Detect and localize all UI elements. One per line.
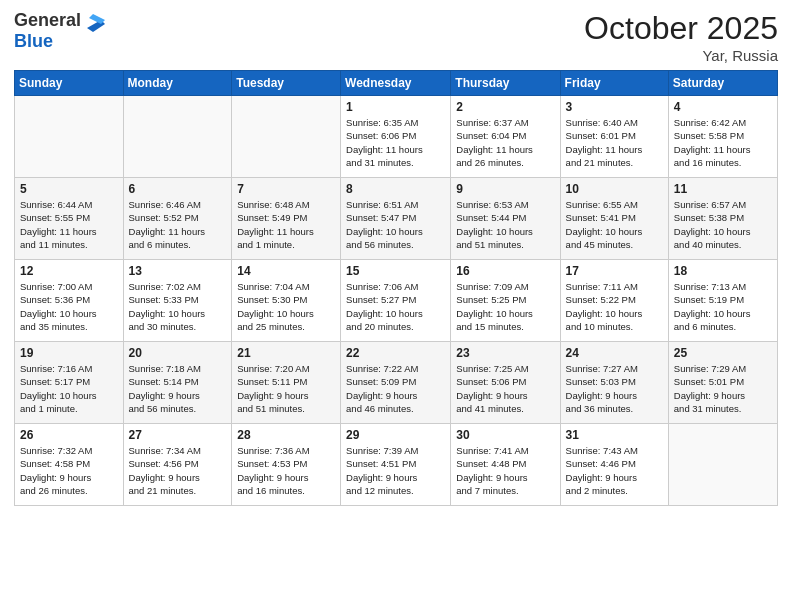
day-number: 8 — [346, 182, 445, 196]
day-number: 13 — [129, 264, 227, 278]
day-cell: 2Sunrise: 6:37 AMSunset: 6:04 PMDaylight… — [451, 96, 560, 178]
day-info: Sunrise: 7:39 AMSunset: 4:51 PMDaylight:… — [346, 444, 445, 497]
day-number: 7 — [237, 182, 335, 196]
day-cell: 23Sunrise: 7:25 AMSunset: 5:06 PMDayligh… — [451, 342, 560, 424]
day-cell: 25Sunrise: 7:29 AMSunset: 5:01 PMDayligh… — [668, 342, 777, 424]
day-cell: 13Sunrise: 7:02 AMSunset: 5:33 PMDayligh… — [123, 260, 232, 342]
day-cell: 26Sunrise: 7:32 AMSunset: 4:58 PMDayligh… — [15, 424, 124, 506]
day-cell — [15, 96, 124, 178]
day-number: 18 — [674, 264, 772, 278]
day-number: 29 — [346, 428, 445, 442]
day-cell — [232, 96, 341, 178]
day-number: 10 — [566, 182, 663, 196]
col-header-thursday: Thursday — [451, 71, 560, 96]
day-info: Sunrise: 6:53 AMSunset: 5:44 PMDaylight:… — [456, 198, 554, 251]
day-cell: 30Sunrise: 7:41 AMSunset: 4:48 PMDayligh… — [451, 424, 560, 506]
calendar: SundayMondayTuesdayWednesdayThursdayFrid… — [14, 70, 778, 506]
day-cell: 24Sunrise: 7:27 AMSunset: 5:03 PMDayligh… — [560, 342, 668, 424]
day-cell: 20Sunrise: 7:18 AMSunset: 5:14 PMDayligh… — [123, 342, 232, 424]
day-cell: 4Sunrise: 6:42 AMSunset: 5:58 PMDaylight… — [668, 96, 777, 178]
title-block: October 2025 Yar, Russia — [584, 10, 778, 64]
day-number: 15 — [346, 264, 445, 278]
day-info: Sunrise: 7:18 AMSunset: 5:14 PMDaylight:… — [129, 362, 227, 415]
col-header-monday: Monday — [123, 71, 232, 96]
location: Yar, Russia — [584, 47, 778, 64]
day-cell: 11Sunrise: 6:57 AMSunset: 5:38 PMDayligh… — [668, 178, 777, 260]
logo-blue: Blue — [14, 32, 105, 52]
day-cell: 6Sunrise: 6:46 AMSunset: 5:52 PMDaylight… — [123, 178, 232, 260]
day-info: Sunrise: 6:40 AMSunset: 6:01 PMDaylight:… — [566, 116, 663, 169]
day-info: Sunrise: 7:34 AMSunset: 4:56 PMDaylight:… — [129, 444, 227, 497]
day-number: 31 — [566, 428, 663, 442]
day-info: Sunrise: 6:46 AMSunset: 5:52 PMDaylight:… — [129, 198, 227, 251]
col-header-tuesday: Tuesday — [232, 71, 341, 96]
day-number: 14 — [237, 264, 335, 278]
day-info: Sunrise: 7:22 AMSunset: 5:09 PMDaylight:… — [346, 362, 445, 415]
day-cell: 28Sunrise: 7:36 AMSunset: 4:53 PMDayligh… — [232, 424, 341, 506]
day-number: 16 — [456, 264, 554, 278]
day-cell: 18Sunrise: 7:13 AMSunset: 5:19 PMDayligh… — [668, 260, 777, 342]
day-info: Sunrise: 6:37 AMSunset: 6:04 PMDaylight:… — [456, 116, 554, 169]
day-info: Sunrise: 7:09 AMSunset: 5:25 PMDaylight:… — [456, 280, 554, 333]
day-number: 5 — [20, 182, 118, 196]
day-info: Sunrise: 7:16 AMSunset: 5:17 PMDaylight:… — [20, 362, 118, 415]
week-row-2: 5Sunrise: 6:44 AMSunset: 5:55 PMDaylight… — [15, 178, 778, 260]
week-row-1: 1Sunrise: 6:35 AMSunset: 6:06 PMDaylight… — [15, 96, 778, 178]
day-cell: 22Sunrise: 7:22 AMSunset: 5:09 PMDayligh… — [341, 342, 451, 424]
day-info: Sunrise: 7:36 AMSunset: 4:53 PMDaylight:… — [237, 444, 335, 497]
day-info: Sunrise: 7:04 AMSunset: 5:30 PMDaylight:… — [237, 280, 335, 333]
day-cell: 8Sunrise: 6:51 AMSunset: 5:47 PMDaylight… — [341, 178, 451, 260]
day-cell: 9Sunrise: 6:53 AMSunset: 5:44 PMDaylight… — [451, 178, 560, 260]
day-cell: 29Sunrise: 7:39 AMSunset: 4:51 PMDayligh… — [341, 424, 451, 506]
day-number: 19 — [20, 346, 118, 360]
day-number: 20 — [129, 346, 227, 360]
day-number: 25 — [674, 346, 772, 360]
day-cell: 16Sunrise: 7:09 AMSunset: 5:25 PMDayligh… — [451, 260, 560, 342]
day-cell — [668, 424, 777, 506]
day-number: 22 — [346, 346, 445, 360]
col-header-sunday: Sunday — [15, 71, 124, 96]
day-info: Sunrise: 7:32 AMSunset: 4:58 PMDaylight:… — [20, 444, 118, 497]
page: General Blue October 2025 Yar, Russia Su… — [0, 0, 792, 612]
day-cell: 14Sunrise: 7:04 AMSunset: 5:30 PMDayligh… — [232, 260, 341, 342]
day-info: Sunrise: 6:55 AMSunset: 5:41 PMDaylight:… — [566, 198, 663, 251]
day-number: 12 — [20, 264, 118, 278]
day-cell: 15Sunrise: 7:06 AMSunset: 5:27 PMDayligh… — [341, 260, 451, 342]
day-number: 17 — [566, 264, 663, 278]
header: General Blue October 2025 Yar, Russia — [14, 10, 778, 64]
day-info: Sunrise: 7:25 AMSunset: 5:06 PMDaylight:… — [456, 362, 554, 415]
logo-icon — [83, 10, 105, 32]
day-number: 1 — [346, 100, 445, 114]
day-info: Sunrise: 7:20 AMSunset: 5:11 PMDaylight:… — [237, 362, 335, 415]
day-cell: 1Sunrise: 6:35 AMSunset: 6:06 PMDaylight… — [341, 96, 451, 178]
day-cell: 12Sunrise: 7:00 AMSunset: 5:36 PMDayligh… — [15, 260, 124, 342]
day-cell: 10Sunrise: 6:55 AMSunset: 5:41 PMDayligh… — [560, 178, 668, 260]
day-cell — [123, 96, 232, 178]
logo: General Blue — [14, 10, 105, 52]
day-number: 3 — [566, 100, 663, 114]
day-info: Sunrise: 6:42 AMSunset: 5:58 PMDaylight:… — [674, 116, 772, 169]
day-info: Sunrise: 7:02 AMSunset: 5:33 PMDaylight:… — [129, 280, 227, 333]
col-header-saturday: Saturday — [668, 71, 777, 96]
day-cell: 19Sunrise: 7:16 AMSunset: 5:17 PMDayligh… — [15, 342, 124, 424]
day-info: Sunrise: 7:06 AMSunset: 5:27 PMDaylight:… — [346, 280, 445, 333]
day-info: Sunrise: 7:27 AMSunset: 5:03 PMDaylight:… — [566, 362, 663, 415]
day-number: 6 — [129, 182, 227, 196]
day-info: Sunrise: 7:11 AMSunset: 5:22 PMDaylight:… — [566, 280, 663, 333]
day-info: Sunrise: 6:57 AMSunset: 5:38 PMDaylight:… — [674, 198, 772, 251]
day-cell: 21Sunrise: 7:20 AMSunset: 5:11 PMDayligh… — [232, 342, 341, 424]
day-number: 9 — [456, 182, 554, 196]
day-info: Sunrise: 7:43 AMSunset: 4:46 PMDaylight:… — [566, 444, 663, 497]
day-number: 28 — [237, 428, 335, 442]
day-cell: 7Sunrise: 6:48 AMSunset: 5:49 PMDaylight… — [232, 178, 341, 260]
header-row: SundayMondayTuesdayWednesdayThursdayFrid… — [15, 71, 778, 96]
week-row-5: 26Sunrise: 7:32 AMSunset: 4:58 PMDayligh… — [15, 424, 778, 506]
day-number: 21 — [237, 346, 335, 360]
day-cell: 17Sunrise: 7:11 AMSunset: 5:22 PMDayligh… — [560, 260, 668, 342]
day-info: Sunrise: 6:48 AMSunset: 5:49 PMDaylight:… — [237, 198, 335, 251]
day-info: Sunrise: 7:41 AMSunset: 4:48 PMDaylight:… — [456, 444, 554, 497]
day-number: 27 — [129, 428, 227, 442]
day-number: 23 — [456, 346, 554, 360]
day-cell: 27Sunrise: 7:34 AMSunset: 4:56 PMDayligh… — [123, 424, 232, 506]
day-cell: 3Sunrise: 6:40 AMSunset: 6:01 PMDaylight… — [560, 96, 668, 178]
